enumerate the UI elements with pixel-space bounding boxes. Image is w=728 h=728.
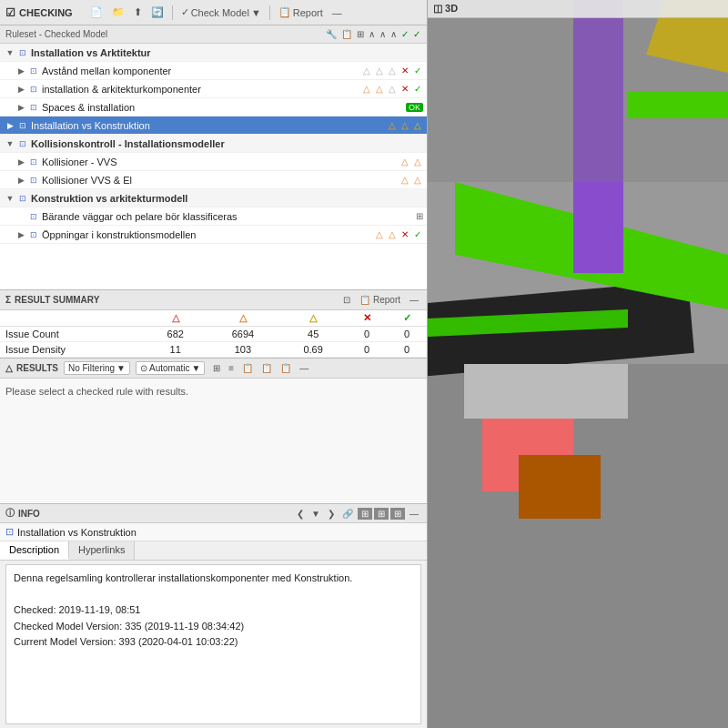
- small-green: [628, 91, 728, 118]
- folder-icon-btn[interactable]: 📁: [109, 5, 127, 19]
- tree-item-b1[interactable]: ⊡ Bärande väggar och pelare bör klassifi…: [0, 207, 427, 226]
- item-label-3: Spaces & installation: [40, 102, 406, 113]
- nav-tool3[interactable]: ⊞: [374, 508, 389, 520]
- grid-status-icon: ⊞: [416, 211, 423, 221]
- results-tool2[interactable]: ≡: [226, 362, 237, 374]
- report-icon: 📋: [278, 6, 291, 18]
- group-label-3: Kollisionskontroll - Installationsmodell…: [29, 138, 427, 149]
- col-tri2: △: [207, 310, 279, 327]
- results-header: △ RESULTS No Filtering ▼ ⊙ Automatic ▼ ⊞…: [0, 359, 427, 379]
- tree-item-2[interactable]: ▶ ⊡ installation & arkitekturkomponenter…: [0, 80, 427, 98]
- col-tri3: △: [279, 310, 347, 327]
- summary-min-btn[interactable]: —: [407, 294, 421, 306]
- nav-tool1[interactable]: 🔗: [339, 508, 356, 520]
- viewport-3d-canvas[interactable]: [428, 0, 728, 728]
- report-btn[interactable]: 📋 Report: [276, 5, 326, 19]
- nav-tool2[interactable]: ⊞: [358, 508, 372, 520]
- nav-down-btn[interactable]: ▼: [308, 508, 323, 520]
- check-model-dropdown-icon: ▼: [251, 7, 261, 18]
- cross-b: ✕: [399, 229, 410, 239]
- arr3-btn[interactable]: ∧: [389, 28, 398, 40]
- nav-min[interactable]: —: [407, 508, 421, 520]
- expander-k2[interactable]: ▶: [15, 176, 27, 185]
- summary-actions: ⊡ 📋 Report —: [340, 294, 421, 306]
- tree-item-k2[interactable]: ▶ ⊡ Kollisioner VVS & El △ △: [0, 171, 427, 189]
- rule-icon-1: ⊡: [27, 65, 40, 77]
- upload-icon-btn[interactable]: ⬆: [131, 5, 145, 19]
- ruleset-toolbar: 🔧 📋 ⊞ ∧ ∧ ∧ ✓ ✓: [325, 28, 421, 40]
- tri-k3: △: [399, 175, 410, 185]
- tool1-btn[interactable]: 🔧: [325, 28, 338, 40]
- grid-btn[interactable]: ⊞: [356, 28, 365, 40]
- expander-k1[interactable]: ▶: [15, 157, 27, 167]
- arr1-btn[interactable]: ∧: [368, 28, 376, 40]
- minimize-btn[interactable]: —: [329, 6, 345, 19]
- tree-item-k1[interactable]: ▶ ⊡ Kollisioner - VVS △ △: [0, 153, 427, 171]
- density-val5: 0: [387, 342, 427, 358]
- density-val4: 0: [347, 342, 387, 358]
- expander-g2[interactable]: ▶: [4, 121, 16, 130]
- results-tool1[interactable]: ⊞: [210, 362, 223, 374]
- results-tool4[interactable]: 📋: [258, 362, 275, 374]
- expander-i2[interactable]: ▶: [15, 85, 27, 94]
- summary-title: Σ RESULT SUMMARY: [5, 295, 99, 305]
- check-model-btn[interactable]: ✓ Check Model ▼: [178, 5, 264, 19]
- sync-icon-btn[interactable]: 🔄: [148, 5, 167, 19]
- checking-header: ☑ CHECKING 📄 📁 ⬆ 🔄 ✓ Check Model ▼ 📋 Rep…: [0, 0, 427, 25]
- expander-g3[interactable]: ▼: [4, 139, 16, 148]
- group-icon-1: ⊡: [16, 46, 29, 59]
- tab-description[interactable]: Description: [0, 541, 69, 560]
- expander-g4[interactable]: ▼: [4, 194, 16, 203]
- expander-i1[interactable]: ▶: [15, 66, 27, 76]
- nav-forward-btn[interactable]: ❯: [325, 508, 338, 520]
- expander-i3[interactable]: ▶: [15, 103, 27, 112]
- tool2-btn[interactable]: 📋: [340, 28, 353, 40]
- status-g2: △ △ △: [387, 120, 423, 130]
- tree-group-4[interactable]: ▼ ⊡ Konstruktion vs arkitekturmodell: [0, 189, 427, 207]
- check2-btn[interactable]: ✓: [412, 28, 421, 40]
- group-icon-3: ⊡: [16, 137, 29, 150]
- info-line-1: Denna regelsamling kontrollerar installa…: [14, 571, 413, 587]
- check1: ✓: [412, 66, 423, 76]
- group-label-4: Konstruktion vs arkitekturmodell: [29, 193, 427, 204]
- status-k2: △ △: [399, 175, 423, 185]
- arr2-btn[interactable]: ∧: [379, 28, 387, 40]
- check-btn[interactable]: ✓: [400, 28, 410, 40]
- tree-group-3[interactable]: ▼ ⊡ Kollisionskontroll - Installationsmo…: [0, 135, 427, 153]
- density-label: Issue Density: [0, 342, 145, 358]
- results-min[interactable]: —: [297, 362, 311, 374]
- tree-item-b2[interactable]: ▶ ⊡ Öppningar i konstruktionsmodellen △ …: [0, 226, 427, 244]
- summary-row-density: Issue Density 11 103 0.69 0 0: [0, 342, 427, 358]
- left-panel: ☑ CHECKING 📄 📁 ⬆ 🔄 ✓ Check Model ▼ 📋 Rep…: [0, 0, 428, 728]
- ruleset-tree: ▼ ⊡ Installation vs Arktitektur ▶ ⊡ Avst…: [0, 44, 427, 289]
- expander-b2[interactable]: ▶: [15, 230, 27, 239]
- tree-group-1[interactable]: ▼ ⊡ Installation vs Arktitektur: [0, 44, 427, 62]
- checking-icon: ☑: [5, 6, 15, 19]
- nav-back-btn[interactable]: ❮: [294, 508, 307, 520]
- tree-item-3[interactable]: ▶ ⊡ Spaces & installation OK: [0, 98, 427, 116]
- expander-g1[interactable]: ▼: [4, 48, 16, 57]
- group-label-2: Installation vs Konstruktion: [29, 120, 387, 131]
- summary-tool-btn[interactable]: ⊡: [340, 294, 353, 306]
- info-line-3: Checked: 2019-11-19, 08:51: [14, 602, 413, 619]
- automatic-btn[interactable]: ⊙ Automatic ▼: [136, 361, 205, 375]
- tri-a3: △: [412, 120, 423, 130]
- dropdown-arrow1: ▼: [116, 363, 126, 373]
- report-icon2: 📋: [359, 295, 370, 305]
- tri-a1: △: [387, 120, 398, 130]
- results-tool3[interactable]: 📋: [239, 362, 256, 374]
- tab-hyperlinks[interactable]: Hyperlinks: [69, 541, 135, 560]
- status-3: OK: [406, 103, 423, 112]
- no-filtering-btn[interactable]: No Filtering ▼: [64, 361, 130, 375]
- info-title: ⓘ CHECKING INFO: [5, 507, 40, 520]
- summary-report-btn[interactable]: 📋 Report: [357, 294, 403, 306]
- nav-tool4[interactable]: ⊞: [390, 508, 405, 520]
- tri-a2: △: [399, 120, 410, 130]
- tri-k1: △: [399, 157, 410, 167]
- file-icon-btn[interactable]: 📄: [87, 5, 106, 19]
- group-icon-2: ⊡: [16, 119, 29, 132]
- count-val5: 0: [387, 327, 427, 342]
- results-tool5[interactable]: 📋: [278, 362, 294, 374]
- tree-item-1[interactable]: ▶ ⊡ Avstånd mellan komponenter △ △ △ ✕ ✓: [0, 62, 427, 80]
- tree-group-2-selected[interactable]: ▶ ⊡ Installation vs Konstruktion △ △ △: [0, 116, 427, 135]
